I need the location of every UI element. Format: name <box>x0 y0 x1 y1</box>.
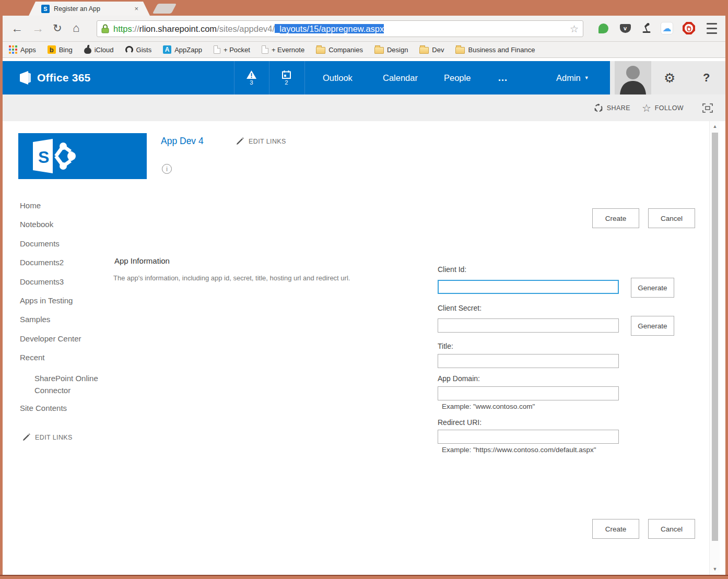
edit-links-top[interactable]: EDIT LINKS <box>236 137 286 145</box>
nav-people[interactable]: People <box>444 61 471 94</box>
sidebar-item-developer-center[interactable]: Developer Center <box>20 334 111 353</box>
alerts-button[interactable]: 3 <box>234 61 268 94</box>
browser-toolbar: ← → ↻ ⌂ https://rlion.sharepoint.com/sit… <box>3 16 725 42</box>
app-domain-example: Example: "www.contoso.com" <box>442 403 535 410</box>
redirect-uri-label: Redirect URI: <box>438 418 482 427</box>
bookmark-star-icon[interactable]: ☆ <box>570 23 579 35</box>
app-domain-label: App Domain: <box>438 374 480 383</box>
section-title: App Information <box>114 256 170 265</box>
section-description: The app's information, including app id,… <box>113 274 350 282</box>
folder-icon <box>316 47 325 54</box>
office365-brand[interactable]: Office 365 <box>18 61 90 94</box>
forward-icon[interactable]: → <box>32 20 44 36</box>
sidebar-item-documents3[interactable]: Documents3 <box>20 277 111 296</box>
bookmarks-bar: Apps bBing iCloud Gists AAppZapp + Pocke… <box>3 42 725 58</box>
sidebar-item-sharepoint-online-connector[interactable]: SharePoint Online Connector <box>20 372 111 404</box>
back-icon[interactable]: ← <box>11 20 23 36</box>
sharepoint-site-logo[interactable]: S <box>18 133 147 179</box>
sidebar-item-apps-in-testing[interactable]: Apps in Testing <box>20 296 111 315</box>
feedly-extension-icon[interactable] <box>596 21 610 36</box>
settings-gear-icon[interactable]: ⚙ <box>664 61 675 94</box>
user-avatar[interactable] <box>615 61 651 94</box>
bookmark-appzapp[interactable]: AAppZapp <box>163 45 202 54</box>
help-button[interactable]: ? <box>703 61 710 94</box>
pocket-extension-icon[interactable]: v <box>618 21 632 36</box>
cancel-button-bottom[interactable]: Cancel <box>648 519 695 539</box>
sidebar-item-documents2[interactable]: Documents2 <box>20 258 111 277</box>
sidebar-item-documents[interactable]: Documents <box>20 239 111 258</box>
bookmark-folder-design[interactable]: Design <box>374 45 408 54</box>
ribbon-strip: SHARE ☆ FOLLOW <box>3 94 725 121</box>
nav-outlook[interactable]: Outlook <box>323 61 353 94</box>
page-scrollbar[interactable]: ▲ ▼ <box>709 121 720 575</box>
bookmark-evernote[interactable]: + Evernote <box>262 45 304 54</box>
generate-client-id-button[interactable]: Generate <box>631 278 674 298</box>
https-padlock-icon <box>101 24 109 33</box>
cloud-extension-icon[interactable]: ☁ <box>660 21 674 36</box>
share-icon <box>594 103 603 113</box>
title-label: Title: <box>438 342 453 350</box>
calendar-icon <box>282 70 291 79</box>
chrome-menu-icon[interactable] <box>704 21 719 36</box>
sidebar-item-notebook[interactable]: Notebook <box>20 220 111 239</box>
focus-mode-button[interactable] <box>702 103 713 113</box>
create-button-bottom[interactable]: Create <box>592 519 639 539</box>
sidebar-item-site-contents[interactable]: Site Contents <box>20 404 111 422</box>
appzapp-icon: A <box>163 45 171 54</box>
app-domain-input[interactable] <box>438 386 619 400</box>
nav-more-icon[interactable]: … <box>498 61 508 94</box>
apps-grid-icon <box>9 45 17 54</box>
page-icon <box>214 45 220 54</box>
generate-client-secret-button[interactable]: Generate <box>631 316 674 336</box>
bookmark-pocket[interactable]: + Pocket <box>214 45 250 54</box>
nav-calendar[interactable]: Calendar <box>383 61 418 94</box>
bookmark-bing[interactable]: bBing <box>48 45 73 54</box>
bookmark-folder-business[interactable]: Business and Finance <box>455 45 535 54</box>
site-title[interactable]: App Dev 4 <box>161 136 204 147</box>
sharepoint-logo-icon: S <box>29 139 79 173</box>
sidebar-navigation: Home Notebook Documents Documents2 Docum… <box>20 201 111 422</box>
create-button-top[interactable]: Create <box>592 208 639 228</box>
star-outline-icon: ☆ <box>642 102 651 114</box>
folder-icon <box>374 47 384 54</box>
tab-title: Register an App <box>54 5 130 13</box>
browser-tab[interactable]: S Register an App × <box>29 2 150 16</box>
title-input[interactable] <box>438 354 619 368</box>
bookmark-folder-dev[interactable]: Dev <box>419 45 444 54</box>
calendar-reminders-button[interactable]: 2 <box>269 61 303 94</box>
nav-admin[interactable]: Admin▼ <box>556 61 589 94</box>
sidebar-item-home[interactable]: Home <box>20 201 111 220</box>
lamp-extension-icon[interactable] <box>640 21 654 36</box>
follow-button[interactable]: ☆ FOLLOW <box>642 102 684 114</box>
office365-suite-bar: Office 365 3 2 Outlook Calendar People …… <box>3 61 725 94</box>
tab-close-icon[interactable]: × <box>134 5 138 13</box>
reload-icon[interactable]: ↻ <box>53 20 62 36</box>
chevron-down-icon: ▼ <box>584 75 589 80</box>
sidebar-item-recent[interactable]: Recent <box>20 353 111 372</box>
cancel-button-top[interactable]: Cancel <box>648 208 695 228</box>
new-tab-button[interactable] <box>152 4 177 14</box>
edit-links-sidebar[interactable]: EDIT LINKS <box>22 433 73 441</box>
scroll-down-icon[interactable]: ▼ <box>710 566 720 572</box>
scrollbar-thumb[interactable] <box>712 133 718 541</box>
redirect-uri-input[interactable] <box>438 430 619 444</box>
suite-divider <box>304 61 305 94</box>
client-secret-input[interactable] <box>438 318 619 333</box>
client-id-input[interactable] <box>438 280 619 294</box>
bookmark-apps[interactable]: Apps <box>9 45 36 54</box>
address-bar[interactable]: https://rlion.sharepoint.com/sites/appde… <box>97 20 583 37</box>
bookmark-icloud[interactable]: iCloud <box>84 45 114 54</box>
page-icon <box>262 45 268 54</box>
sidebar-item-samples[interactable]: Samples <box>20 315 111 334</box>
bookmark-gists[interactable]: Gists <box>125 46 152 54</box>
scroll-up-icon[interactable]: ▲ <box>710 124 720 129</box>
share-button[interactable]: SHARE <box>594 103 630 113</box>
url-text: https://rlion.sharepoint.com/sites/appde… <box>113 24 570 34</box>
alert-triangle-icon <box>246 70 256 79</box>
github-icon <box>125 46 133 54</box>
bookmark-folder-companies[interactable]: Companies <box>316 45 363 54</box>
home-icon[interactable]: ⌂ <box>73 20 79 36</box>
adblock-extension-icon[interactable] <box>682 21 696 36</box>
info-icon[interactable]: i <box>162 164 172 174</box>
folder-icon <box>419 47 429 54</box>
